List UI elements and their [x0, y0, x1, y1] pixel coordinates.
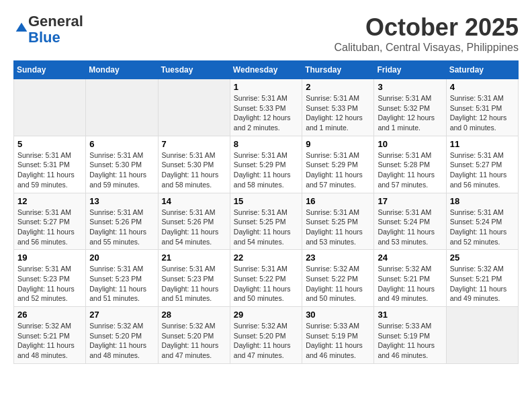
calendar-cell: 13Sunrise: 5:31 AMSunset: 5:26 PMDayligh… [86, 193, 158, 250]
logo-blue-text: Blue [28, 29, 60, 46]
header-saturday: Saturday [446, 61, 518, 79]
calendar-cell [158, 79, 230, 136]
day-info: Sunrise: 5:31 AMSunset: 5:23 PMDaylight:… [162, 264, 226, 304]
calendar-cell: 21Sunrise: 5:31 AMSunset: 5:23 PMDayligh… [158, 250, 230, 307]
header-monday: Monday [86, 61, 158, 79]
calendar-cell: 25Sunrise: 5:32 AMSunset: 5:21 PMDayligh… [446, 250, 518, 307]
day-number: 29 [234, 310, 298, 320]
day-info: Sunrise: 5:32 AMSunset: 5:21 PMDaylight:… [17, 321, 82, 361]
calendar-cell: 28Sunrise: 5:32 AMSunset: 5:20 PMDayligh… [158, 307, 230, 364]
day-info: Sunrise: 5:31 AMSunset: 5:25 PMDaylight:… [306, 208, 370, 247]
day-info: Sunrise: 5:31 AMSunset: 5:22 PMDaylight:… [234, 264, 298, 304]
day-number: 19 [17, 253, 82, 263]
day-number: 1 [234, 82, 298, 92]
day-info: Sunrise: 5:31 AMSunset: 5:29 PMDaylight:… [234, 150, 298, 190]
calendar-cell: 17Sunrise: 5:31 AMSunset: 5:24 PMDayligh… [374, 193, 446, 250]
day-number: 2 [306, 82, 370, 92]
calendar-cell: 30Sunrise: 5:33 AMSunset: 5:19 PMDayligh… [302, 307, 374, 364]
calendar-cell: 26Sunrise: 5:32 AMSunset: 5:21 PMDayligh… [14, 307, 86, 364]
day-info: Sunrise: 5:31 AMSunset: 5:31 PMDaylight:… [450, 93, 515, 133]
header-friday: Friday [374, 61, 446, 79]
day-number: 30 [306, 310, 370, 320]
day-info: Sunrise: 5:31 AMSunset: 5:28 PMDaylight:… [378, 150, 442, 190]
day-number: 26 [17, 310, 82, 320]
day-number: 9 [306, 139, 370, 149]
day-info: Sunrise: 5:31 AMSunset: 5:25 PMDaylight:… [234, 208, 298, 247]
title-block: October 2025 Calituban, Central Visayas,… [334, 13, 519, 54]
day-number: 25 [450, 253, 515, 263]
logo-general-text: General [28, 13, 83, 30]
day-info: Sunrise: 5:31 AMSunset: 5:24 PMDaylight:… [450, 208, 515, 247]
calendar-week-row: 19Sunrise: 5:31 AMSunset: 5:23 PMDayligh… [14, 250, 519, 307]
svg-marker-0 [16, 23, 28, 32]
day-number: 12 [17, 196, 82, 206]
day-info: Sunrise: 5:33 AMSunset: 5:19 PMDaylight:… [306, 321, 370, 361]
day-number: 3 [378, 82, 442, 92]
day-info: Sunrise: 5:31 AMSunset: 5:26 PMDaylight:… [162, 208, 226, 247]
day-number: 20 [89, 253, 154, 263]
day-info: Sunrise: 5:31 AMSunset: 5:30 PMDaylight:… [162, 150, 226, 190]
page-header: General Blue October 2025 Calituban, Cen… [13, 13, 519, 54]
day-number: 16 [306, 196, 370, 206]
calendar-cell: 23Sunrise: 5:32 AMSunset: 5:22 PMDayligh… [302, 250, 374, 307]
calendar-cell: 19Sunrise: 5:31 AMSunset: 5:23 PMDayligh… [14, 250, 86, 307]
calendar-cell: 12Sunrise: 5:31 AMSunset: 5:27 PMDayligh… [14, 193, 86, 250]
calendar-cell: 20Sunrise: 5:31 AMSunset: 5:23 PMDayligh… [86, 250, 158, 307]
day-number: 31 [378, 310, 442, 320]
calendar-table: SundayMondayTuesdayWednesdayThursdayFrid… [13, 60, 519, 364]
calendar-cell: 16Sunrise: 5:31 AMSunset: 5:25 PMDayligh… [302, 193, 374, 250]
day-info: Sunrise: 5:33 AMSunset: 5:19 PMDaylight:… [378, 321, 442, 361]
calendar-cell: 7Sunrise: 5:31 AMSunset: 5:30 PMDaylight… [158, 136, 230, 193]
calendar-cell: 1Sunrise: 5:31 AMSunset: 5:33 PMDaylight… [230, 79, 302, 136]
day-number: 17 [378, 196, 442, 206]
day-info: Sunrise: 5:31 AMSunset: 5:31 PMDaylight:… [17, 150, 82, 190]
day-info: Sunrise: 5:32 AMSunset: 5:22 PMDaylight:… [306, 264, 370, 304]
header-sunday: Sunday [14, 61, 86, 79]
calendar-cell: 2Sunrise: 5:31 AMSunset: 5:33 PMDaylight… [302, 79, 374, 136]
day-number: 24 [378, 253, 442, 263]
calendar-cell: 9Sunrise: 5:31 AMSunset: 5:29 PMDaylight… [302, 136, 374, 193]
day-info: Sunrise: 5:31 AMSunset: 5:24 PMDaylight:… [378, 208, 442, 247]
calendar-cell: 8Sunrise: 5:31 AMSunset: 5:29 PMDaylight… [230, 136, 302, 193]
day-info: Sunrise: 5:31 AMSunset: 5:33 PMDaylight:… [306, 93, 370, 133]
header-wednesday: Wednesday [230, 61, 302, 79]
day-info: Sunrise: 5:31 AMSunset: 5:23 PMDaylight:… [89, 264, 154, 304]
calendar-cell: 5Sunrise: 5:31 AMSunset: 5:31 PMDaylight… [14, 136, 86, 193]
day-number: 21 [162, 253, 226, 263]
day-number: 27 [89, 310, 154, 320]
day-info: Sunrise: 5:31 AMSunset: 5:30 PMDaylight:… [89, 150, 154, 190]
day-number: 15 [234, 196, 298, 206]
day-number: 22 [234, 253, 298, 263]
day-number: 28 [162, 310, 226, 320]
header-tuesday: Tuesday [158, 61, 230, 79]
calendar-cell: 4Sunrise: 5:31 AMSunset: 5:31 PMDaylight… [446, 79, 518, 136]
calendar-cell: 31Sunrise: 5:33 AMSunset: 5:19 PMDayligh… [374, 307, 446, 364]
calendar-cell: 10Sunrise: 5:31 AMSunset: 5:28 PMDayligh… [374, 136, 446, 193]
logo: General Blue [13, 13, 83, 46]
calendar-week-row: 5Sunrise: 5:31 AMSunset: 5:31 PMDaylight… [14, 136, 519, 193]
calendar-cell: 15Sunrise: 5:31 AMSunset: 5:25 PMDayligh… [230, 193, 302, 250]
calendar-cell: 3Sunrise: 5:31 AMSunset: 5:32 PMDaylight… [374, 79, 446, 136]
month-title: October 2025 [334, 13, 519, 42]
day-number: 23 [306, 253, 370, 263]
day-info: Sunrise: 5:31 AMSunset: 5:27 PMDaylight:… [17, 208, 82, 247]
day-number: 18 [450, 196, 515, 206]
day-info: Sunrise: 5:32 AMSunset: 5:21 PMDaylight:… [378, 264, 442, 304]
day-info: Sunrise: 5:32 AMSunset: 5:20 PMDaylight:… [234, 321, 298, 361]
calendar-cell [86, 79, 158, 136]
calendar-cell: 29Sunrise: 5:32 AMSunset: 5:20 PMDayligh… [230, 307, 302, 364]
day-info: Sunrise: 5:32 AMSunset: 5:21 PMDaylight:… [450, 264, 515, 304]
calendar-cell [446, 307, 518, 364]
calendar-cell: 18Sunrise: 5:31 AMSunset: 5:24 PMDayligh… [446, 193, 518, 250]
header-thursday: Thursday [302, 61, 374, 79]
calendar-week-row: 12Sunrise: 5:31 AMSunset: 5:27 PMDayligh… [14, 193, 519, 250]
calendar-cell: 24Sunrise: 5:32 AMSunset: 5:21 PMDayligh… [374, 250, 446, 307]
calendar-cell: 6Sunrise: 5:31 AMSunset: 5:30 PMDaylight… [86, 136, 158, 193]
day-info: Sunrise: 5:31 AMSunset: 5:26 PMDaylight:… [89, 208, 154, 247]
day-info: Sunrise: 5:32 AMSunset: 5:20 PMDaylight:… [162, 321, 226, 361]
day-info: Sunrise: 5:31 AMSunset: 5:32 PMDaylight:… [378, 93, 442, 133]
calendar-week-row: 26Sunrise: 5:32 AMSunset: 5:21 PMDayligh… [14, 307, 519, 364]
day-info: Sunrise: 5:31 AMSunset: 5:23 PMDaylight:… [17, 264, 82, 304]
location-title: Calituban, Central Visayas, Philippines [334, 42, 519, 54]
day-info: Sunrise: 5:32 AMSunset: 5:20 PMDaylight:… [89, 321, 154, 361]
